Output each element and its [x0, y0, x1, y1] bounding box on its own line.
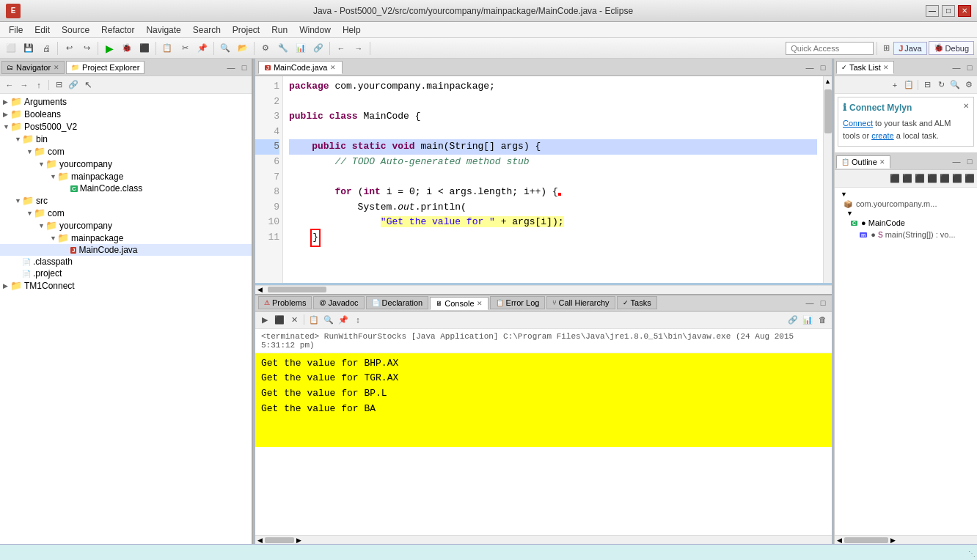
scroll-left-arrow[interactable]: ◀ [255, 286, 265, 293]
outline-method[interactable]: m ● S main(String[]) : vo... [838, 229, 974, 240]
menu-run[interactable]: Run [266, 23, 293, 37]
tab-tasks[interactable]: ✓ Tasks [617, 296, 657, 309]
tree-item-bin-com[interactable]: ▼ 📁 com [0, 145, 252, 158]
tb-btn-13[interactable]: 📊 [293, 40, 309, 56]
ot-tb-6[interactable]: ⬛ [951, 173, 963, 185]
outline-close[interactable]: ✕ [879, 158, 885, 166]
tree-item-bin-mainpackage[interactable]: ▼ 📁 mainpackage [0, 170, 252, 183]
tb-btn-12[interactable]: 🔧 [275, 40, 291, 56]
menu-help[interactable]: Help [337, 23, 367, 37]
nav-forward[interactable]: → [18, 78, 31, 92]
tree-item-booleans[interactable]: ▶ 📁 Booleans [0, 108, 252, 120]
tree-item-maincode-class[interactable]: C MainCode.class [0, 183, 252, 194]
console-tb-5[interactable]: 🔍 [322, 313, 335, 326]
ot-tb-7[interactable]: ⬛ [964, 173, 976, 185]
tree-item-post5000[interactable]: ▼ 📁 Post5000_V2 [0, 120, 252, 133]
close-button[interactable]: ✕ [958, 5, 971, 17]
outline-maximize[interactable]: □ [964, 155, 976, 167]
tb-btn-6[interactable]: 📋 [159, 40, 175, 56]
tl-tb-4[interactable]: ↻ [934, 78, 948, 92]
tree-item-src-mainpackage[interactable]: ▼ 📁 mainpackage [0, 232, 252, 244]
console-close[interactable]: ✕ [477, 300, 483, 307]
tb-btn-2[interactable]: 🖨 [38, 40, 54, 56]
tree-item-bin-yourcompany[interactable]: ▼ 📁 yourcompany [0, 158, 252, 170]
outline-tab[interactable]: 📋 Outline ✕ [836, 155, 890, 169]
left-panel-maximize[interactable]: □ [238, 62, 250, 73]
right-panel-minimize[interactable]: — [951, 62, 962, 73]
tb-btn-5[interactable]: ⬛ [136, 40, 153, 56]
ot-tb-4[interactable]: ⬛ [926, 173, 938, 185]
editor-scrollbar-h[interactable]: ◀ [255, 285, 832, 294]
outline-minimize[interactable]: — [951, 155, 962, 167]
mylyn-close[interactable]: ✕ [963, 102, 969, 110]
menu-navigate[interactable]: Navigate [140, 23, 186, 37]
new-button[interactable]: ⬜ [3, 40, 19, 56]
console-scroll-thumb[interactable] [265, 537, 294, 543]
tree-item-project-file[interactable]: 📄 .project [0, 268, 252, 279]
tb-btn-11[interactable]: ⚙ [257, 40, 274, 56]
tb-btn-1[interactable]: 💾 [21, 40, 37, 56]
tree-item-src-yourcompany[interactable]: ▼ 📁 yourcompany [0, 219, 252, 232]
scroll-up-arrow[interactable]: ▲ [824, 76, 831, 86]
perspective-icon[interactable]: ⊞ [880, 40, 892, 56]
tb-btn-14[interactable]: 🔗 [310, 40, 326, 56]
task-list-close[interactable]: ✕ [883, 64, 889, 71]
tb-btn-10[interactable]: 📂 [235, 40, 251, 56]
maximize-button[interactable]: □ [942, 5, 955, 17]
navigator-tab-close[interactable]: ✕ [54, 64, 59, 71]
menu-file[interactable]: File [3, 23, 29, 37]
scroll-h-thumb[interactable] [268, 287, 326, 292]
status-resize[interactable]: ⋱ [965, 548, 977, 560]
nav-back[interactable]: ← [3, 78, 16, 92]
console-tb-7[interactable]: ↕ [351, 313, 365, 326]
menu-search[interactable]: Search [187, 23, 227, 37]
tl-tb-6[interactable]: ⚙ [962, 78, 976, 92]
tb-btn-4[interactable]: ↪ [78, 40, 95, 56]
java-perspective-button[interactable]: J Java [893, 42, 926, 55]
editor-tab-close[interactable]: ✕ [330, 64, 336, 71]
tab-declaration[interactable]: 📄 Declaration [366, 296, 429, 309]
right-panel-maximize[interactable]: □ [964, 62, 976, 73]
tree-item-maincode-java[interactable]: J MainCode.java [0, 244, 252, 256]
tb-debug-button[interactable]: 🐞 [119, 40, 135, 56]
tb-btn-15[interactable]: ← [333, 40, 349, 56]
outline-class[interactable]: C ● MainCode [838, 217, 974, 229]
mylyn-link-connect[interactable]: Connect [843, 119, 873, 128]
tl-tb-3[interactable]: ⊟ [921, 78, 934, 92]
tb-run-button[interactable]: ▶ [101, 40, 117, 56]
nav-up[interactable]: ↑ [32, 78, 45, 92]
quick-access-input[interactable] [786, 42, 874, 55]
console-panel-maximize[interactable]: □ [817, 297, 829, 309]
mylyn-link-create[interactable]: create [871, 131, 894, 140]
tb-btn-16[interactable]: → [351, 40, 367, 56]
ot-tb-5[interactable]: ⬛ [939, 173, 951, 185]
editor-panel-maximize[interactable]: □ [817, 62, 829, 73]
console-tb-4[interactable]: 📋 [307, 313, 321, 326]
console-tb-1[interactable]: ▶ [258, 313, 271, 326]
menu-edit[interactable]: Edit [29, 23, 56, 37]
tl-tb-1[interactable]: + [888, 78, 901, 92]
console-panel-minimize[interactable]: — [804, 297, 816, 309]
tab-callhierarchy[interactable]: ⑂ Call Hierarchy [546, 296, 615, 309]
tb-btn-7[interactable]: ✂ [177, 40, 193, 56]
debug-perspective-button[interactable]: 🐞 Debug [929, 41, 974, 55]
editor-tab-maincode[interactable]: J MainCode.java ✕ [258, 61, 343, 74]
code-content[interactable]: package com.yourcompany.mainpackage; pub… [283, 76, 823, 283]
menu-project[interactable]: Project [227, 23, 266, 37]
tab-console[interactable]: 🖥 Console ✕ [430, 297, 488, 310]
editor-panel-minimize[interactable]: — [804, 62, 816, 73]
task-list-tab[interactable]: ✓ Task List ✕ [836, 61, 894, 74]
tree-item-tm1connect[interactable]: ▶ 📁 TM1Connect [0, 279, 252, 292]
tab-errorlog[interactable]: 📋 Error Log [490, 296, 546, 309]
tab-javadoc[interactable]: @ Javadoc [313, 296, 364, 309]
ot-tb-2[interactable]: ⬛ [901, 173, 913, 185]
tree-item-src-com[interactable]: ▼ 📁 com [0, 207, 252, 219]
outline-package[interactable]: 📦 com.yourcompany.m... [838, 198, 974, 210]
nav-cursor[interactable]: ↖ [81, 78, 95, 92]
menu-refactor[interactable]: Refactor [95, 23, 140, 37]
console-tb-2[interactable]: ⬛ [273, 313, 286, 326]
project-explorer-tab[interactable]: 📁 Project Explorer [66, 61, 144, 74]
console-tb-8[interactable]: 🔗 [786, 313, 799, 326]
tree-item-classpath[interactable]: 📄 .classpath [0, 256, 252, 268]
editor-scrollbar-v[interactable]: ▲ [823, 76, 832, 283]
